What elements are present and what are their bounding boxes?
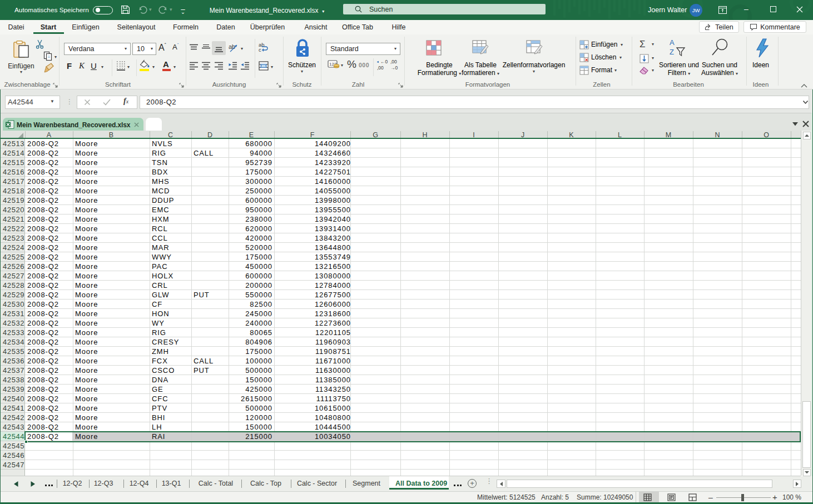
svg-text:ab: ab — [229, 43, 235, 50]
svg-text:,00: ,00 — [377, 65, 384, 71]
svg-text:Z: Z — [670, 48, 674, 56]
svg-text:A: A — [670, 38, 675, 47]
svg-text:←0: ←0 — [380, 59, 388, 64]
svg-text:c: c — [259, 47, 261, 53]
svg-text:→0: →0 — [390, 65, 398, 71]
svg-text:,00: ,00 — [390, 59, 397, 64]
